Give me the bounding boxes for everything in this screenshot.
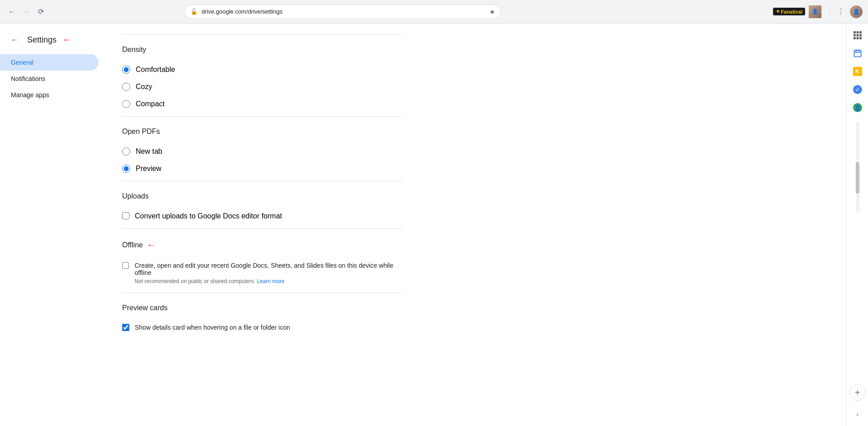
pdf-preview[interactable]: Preview <box>122 160 403 177</box>
offline-divider <box>122 228 403 229</box>
density-comfortable[interactable]: Comfortable <box>122 61 403 78</box>
back-button[interactable]: ← <box>5 5 18 18</box>
convert-uploads-checkbox[interactable] <box>122 212 129 219</box>
preview-cards-title: Preview cards <box>122 304 403 312</box>
svg-rect-9 <box>854 50 861 57</box>
svg-rect-4 <box>856 34 859 37</box>
pdf-new-tab-radio[interactable] <box>122 147 130 156</box>
offline-label-group: Create, open and edit your recent Google… <box>134 262 403 284</box>
calendar-icon <box>853 49 862 58</box>
grid-icon <box>854 31 862 39</box>
density-title: Density <box>122 46 403 54</box>
density-comfortable-radio[interactable] <box>122 66 130 74</box>
offline-checkbox[interactable] <box>122 262 129 269</box>
open-pdfs-divider <box>122 116 403 117</box>
chrome-menu-button[interactable]: ⋮ <box>835 5 847 18</box>
offline-title: Offline ← <box>122 240 403 250</box>
main-content: Density Comfortable Cozy Compact <box>104 24 846 426</box>
expand-sidebar-button[interactable]: › <box>849 406 866 422</box>
offline-section: Offline ← Create, open and edit your rec… <box>122 240 403 289</box>
fanatical-extension: ✦ Fanatical <box>773 8 805 15</box>
density-compact-label: Compact <box>136 100 165 108</box>
svg-rect-5 <box>859 34 862 37</box>
right-sidebar: K ✓ 👤 + › <box>846 24 868 426</box>
open-pdfs-title: Open PDFs <box>122 128 403 136</box>
settings-back-button[interactable]: ← <box>7 33 22 47</box>
scrollbar-thumb[interactable] <box>856 162 859 194</box>
open-pdfs-radio-group: New tab Preview <box>122 143 403 177</box>
profile-avatar-button[interactable]: 👤 <box>850 5 863 18</box>
extension-area: ✦ Fanatical 👤 <box>773 5 821 18</box>
reload-button[interactable]: ⟳ <box>34 5 47 18</box>
svg-rect-8 <box>859 37 862 39</box>
preview-cards-item[interactable]: Show details card when hovering on a fil… <box>122 319 403 336</box>
contacts-icon: 👤 <box>853 103 862 112</box>
offline-item[interactable]: Create, open and edit your recent Google… <box>122 257 403 289</box>
uploads-divider <box>122 181 403 181</box>
density-compact[interactable]: Compact <box>122 95 403 113</box>
svg-rect-3 <box>854 34 856 37</box>
density-cozy-label: Cozy <box>136 83 152 91</box>
pdf-new-tab-label: New tab <box>136 147 162 156</box>
sidebar-item-notifications[interactable]: Notifications <box>0 71 99 87</box>
app-container: ← Settings ← General Notifications Manag… <box>0 24 868 426</box>
settings-header: ← Settings ← <box>0 29 104 54</box>
pdf-new-tab[interactable]: New tab <box>122 143 403 160</box>
open-pdfs-section: Open PDFs New tab Preview <box>122 128 403 177</box>
density-compact-radio[interactable] <box>122 100 130 108</box>
density-cozy-radio[interactable] <box>122 83 130 91</box>
keep-icon: K <box>853 67 862 76</box>
svg-rect-6 <box>854 37 856 39</box>
bookmark-icon: ★ <box>489 8 495 15</box>
preview-cards-divider <box>122 293 403 293</box>
density-section: Density Comfortable Cozy Compact <box>122 46 403 113</box>
tasks-icon: ✓ <box>853 85 862 94</box>
uploads-section: Uploads Convert uploads to Google Docs e… <box>122 192 403 225</box>
uploads-title: Uploads <box>122 192 403 200</box>
add-extension-button[interactable]: + <box>849 384 866 401</box>
density-comfortable-label: Comfortable <box>136 66 175 74</box>
nav-buttons: ← → ⟳ <box>5 5 47 18</box>
convert-uploads-label: Convert uploads to Google Docs editor fo… <box>135 212 282 220</box>
settings-title: Settings <box>27 35 57 45</box>
svg-rect-1 <box>856 31 859 33</box>
offline-learn-more-link[interactable]: Learn more <box>257 278 285 284</box>
tasks-button[interactable]: ✓ <box>849 81 866 98</box>
browser-actions: ✦ Fanatical 👤 ⋮ 👤 <box>773 5 863 18</box>
vertical-divider <box>830 7 830 16</box>
pdf-preview-label: Preview <box>136 165 161 173</box>
sidebar-item-general[interactable]: General <box>0 54 99 71</box>
contacts-button[interactable]: 👤 <box>849 99 866 116</box>
svg-rect-2 <box>859 31 862 33</box>
lock-icon: 🔓 <box>190 8 198 15</box>
sidebar: ← Settings ← General Notifications Manag… <box>0 24 104 426</box>
avatar-image: 👤 <box>850 5 863 18</box>
browser-chrome: ← → ⟳ 🔓 ★ ✦ Fanatical 👤 ⋮ 👤 <box>0 0 868 24</box>
offline-arrow-annotation: ← <box>147 240 156 250</box>
pdf-preview-radio[interactable] <box>122 165 130 173</box>
preview-cards-label: Show details card when hovering on a fil… <box>135 324 290 331</box>
address-bar[interactable]: 🔓 ★ <box>185 5 501 19</box>
svg-rect-7 <box>856 37 859 39</box>
content-inner: Density Comfortable Cozy Compact <box>104 24 421 336</box>
forward-button[interactable]: → <box>20 5 33 18</box>
preview-cards-section: Preview cards Show details card when hov… <box>122 304 403 336</box>
calendar-button[interactable] <box>849 45 866 62</box>
svg-rect-0 <box>854 31 856 33</box>
offline-main-label: Create, open and edit your recent Google… <box>134 262 403 276</box>
fanatical-label: Fanatical <box>781 9 802 14</box>
url-input[interactable] <box>201 8 486 15</box>
offline-sub-label: Not recommended on public or shared comp… <box>134 278 403 284</box>
google-apps-button[interactable] <box>849 27 866 43</box>
density-cozy[interactable]: Cozy <box>122 78 403 95</box>
sidebar-spacer <box>856 118 859 383</box>
settings-arrow-annotation: ← <box>62 34 72 46</box>
preview-cards-checkbox[interactable] <box>122 324 129 331</box>
keep-button[interactable]: K <box>849 63 866 80</box>
user-avatar-ext[interactable]: 👤 <box>809 5 821 18</box>
sidebar-item-manage-apps[interactable]: Manage apps <box>0 87 99 103</box>
scrollbar-track <box>856 121 859 212</box>
convert-uploads-item[interactable]: Convert uploads to Google Docs editor fo… <box>122 208 403 225</box>
density-divider <box>122 34 403 35</box>
density-radio-group: Comfortable Cozy Compact <box>122 61 403 113</box>
